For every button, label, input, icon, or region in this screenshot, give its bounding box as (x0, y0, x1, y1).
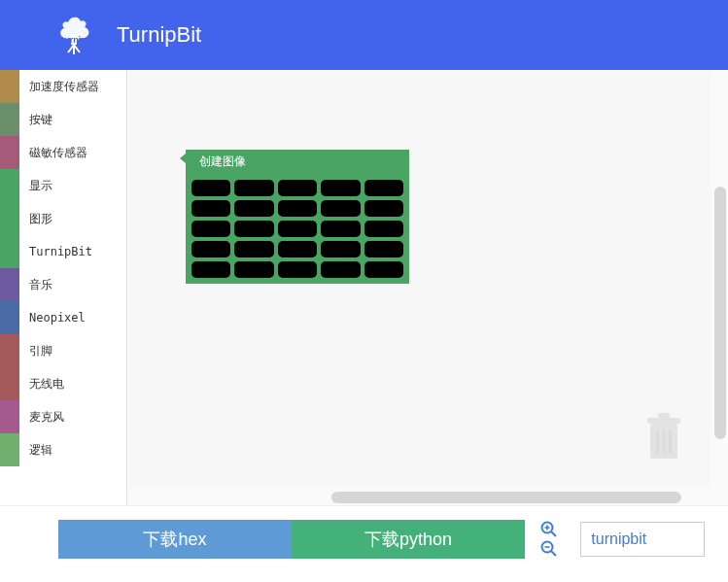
svg-line-13 (551, 551, 556, 556)
main-area: 加速度传感器按键磁敏传感器显示图形TurnipBit音乐Neopixel引脚无线… (0, 70, 728, 505)
svg-rect-5 (656, 429, 659, 453)
category-label: 加速度传感器 (19, 79, 99, 95)
category-item[interactable]: Neopixel (0, 301, 126, 334)
pixel-cell[interactable] (321, 180, 360, 196)
category-item[interactable]: 无线电 (0, 367, 126, 400)
category-color-swatch (0, 301, 19, 334)
category-item[interactable]: 显示 (0, 169, 126, 202)
category-label: 显示 (19, 178, 52, 194)
svg-rect-4 (658, 413, 670, 419)
category-sidebar: 加速度传感器按键磁敏传感器显示图形TurnipBit音乐Neopixel引脚无线… (0, 70, 126, 505)
filename-input[interactable]: turnipbit (580, 522, 705, 557)
category-item[interactable]: TurnipBit (0, 235, 126, 268)
svg-line-9 (551, 531, 556, 536)
pixel-cell[interactable] (191, 200, 230, 217)
pixel-cell[interactable] (234, 241, 273, 257)
pixel-cell[interactable] (364, 221, 403, 237)
category-color-swatch (0, 334, 19, 367)
pixel-cell[interactable] (321, 200, 360, 217)
category-color-swatch (0, 235, 19, 268)
category-color-swatch (0, 202, 19, 235)
category-item[interactable]: 图形 (0, 202, 126, 235)
pixel-cell[interactable] (364, 241, 403, 257)
app-logo: turnip (49, 14, 99, 56)
pixel-grid (186, 174, 409, 284)
pixel-cell[interactable] (234, 221, 273, 237)
pixel-cell[interactable] (191, 261, 230, 278)
footer-bar: 下载hex 下载python turnipbit (0, 505, 728, 571)
workspace-canvas[interactable]: 创建图像 (129, 72, 711, 488)
workspace-horizontal-scrollbar[interactable] (331, 492, 681, 503)
category-item[interactable]: 音乐 (0, 268, 126, 301)
pixel-cell[interactable] (234, 200, 273, 217)
pixel-cell[interactable] (191, 221, 230, 237)
category-item[interactable]: 麦克风 (0, 400, 126, 433)
pixel-cell[interactable] (278, 180, 317, 196)
download-hex-button[interactable]: 下载hex (58, 520, 292, 559)
pixel-cell[interactable] (191, 180, 230, 196)
category-label: 逻辑 (19, 442, 52, 459)
pixel-cell[interactable] (364, 180, 403, 196)
category-color-swatch (0, 367, 19, 400)
block-title: 创建图像 (186, 150, 409, 174)
category-item[interactable]: 按键 (0, 103, 126, 136)
category-label: Neopixel (19, 311, 86, 325)
category-label: 麦克风 (19, 409, 64, 426)
category-item[interactable]: 磁敏传感器 (0, 136, 126, 169)
pixel-cell[interactable] (321, 261, 360, 278)
pixel-cell[interactable] (321, 241, 360, 257)
category-label: 按键 (19, 112, 52, 128)
pixel-cell[interactable] (234, 180, 273, 196)
workspace-vertical-scrollbar[interactable] (714, 187, 726, 439)
svg-text:turnip: turnip (61, 35, 87, 45)
zoom-controls (535, 521, 563, 558)
pixel-cell[interactable] (364, 200, 403, 217)
category-color-swatch (0, 136, 19, 169)
pixel-cell[interactable] (278, 221, 317, 237)
workspace[interactable]: 创建图像 (126, 70, 728, 505)
app-title: TurnipBit (117, 22, 201, 48)
download-python-button[interactable]: 下载python (292, 520, 525, 559)
zoom-in-icon[interactable] (540, 521, 558, 538)
category-item[interactable]: 逻辑 (0, 433, 126, 466)
pixel-cell[interactable] (278, 261, 317, 278)
category-color-swatch (0, 433, 19, 466)
app-header: turnip TurnipBit (0, 0, 728, 70)
category-color-swatch (0, 400, 19, 433)
category-label: 引脚 (19, 343, 52, 359)
category-item[interactable]: 加速度传感器 (0, 70, 126, 103)
category-color-swatch (0, 169, 19, 202)
pixel-cell[interactable] (191, 241, 230, 257)
category-item[interactable]: 引脚 (0, 334, 126, 367)
pixel-cell[interactable] (234, 261, 273, 278)
pixel-cell[interactable] (321, 221, 360, 237)
category-label: 音乐 (19, 277, 52, 293)
svg-rect-6 (663, 429, 666, 453)
zoom-out-icon[interactable] (540, 540, 558, 558)
category-label: TurnipBit (19, 245, 92, 258)
pixel-cell[interactable] (278, 200, 317, 217)
trash-icon[interactable] (644, 412, 683, 462)
category-label: 磁敏传感器 (19, 145, 87, 161)
category-color-swatch (0, 103, 19, 136)
category-label: 无线电 (19, 376, 64, 393)
category-label: 图形 (19, 211, 52, 227)
pixel-cell[interactable] (364, 261, 403, 278)
pixel-cell[interactable] (278, 241, 317, 257)
svg-rect-7 (669, 429, 672, 453)
create-image-block[interactable]: 创建图像 (186, 150, 409, 284)
category-color-swatch (0, 70, 19, 103)
category-color-swatch (0, 268, 19, 301)
